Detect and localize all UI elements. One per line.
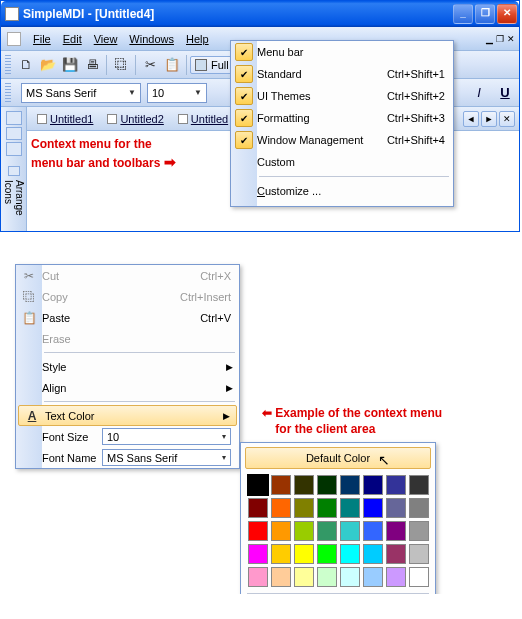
ctx-item-style[interactable]: Style▶ (16, 356, 239, 377)
default-color-button[interactable]: Default Color ↖ (245, 447, 431, 469)
ctx-item-customize[interactable]: Customize ... (231, 180, 453, 202)
cut-icon[interactable]: ✂ (139, 54, 161, 76)
color-swatch[interactable] (294, 498, 314, 518)
mdi-close-button[interactable]: ✕ (507, 34, 515, 44)
color-swatch[interactable] (409, 567, 429, 587)
ctx-item-menubar[interactable]: ✔Menu bar (231, 41, 453, 63)
toolbar-context-menu: ✔Menu bar ✔StandardCtrl+Shift+1 ✔UI Them… (230, 40, 454, 207)
underline-button[interactable]: U (495, 85, 515, 100)
ctx-item-formatting[interactable]: ✔FormattingCtrl+Shift+3 (231, 107, 453, 129)
color-swatch[interactable] (386, 567, 406, 587)
font-name-combo[interactable]: MS Sans Serif ▼ (21, 83, 141, 103)
mdi-restore-button[interactable]: ❐ (496, 34, 504, 44)
color-swatch[interactable] (271, 475, 291, 495)
color-swatch[interactable] (340, 521, 360, 541)
cascade-icon[interactable] (6, 111, 22, 125)
color-swatch[interactable] (340, 544, 360, 564)
color-swatch[interactable] (248, 567, 268, 587)
color-swatch[interactable] (363, 544, 383, 564)
ctx-item-paste[interactable]: 📋PasteCtrl+V (16, 307, 239, 328)
tab-close-button[interactable]: ✕ (499, 111, 515, 127)
menu-help[interactable]: Help (180, 30, 215, 48)
color-swatch[interactable] (409, 521, 429, 541)
tile-h-icon[interactable] (6, 127, 22, 141)
copy-icon[interactable]: ⿻ (110, 54, 132, 76)
ctx-item-erase[interactable]: Erase (16, 328, 239, 349)
color-swatch[interactable] (409, 498, 429, 518)
color-swatch[interactable] (317, 475, 337, 495)
window-title: SimpleMDI - [Untitled4] (23, 7, 453, 21)
color-swatch[interactable] (363, 498, 383, 518)
tab-untitled2[interactable]: Untitled2 (101, 110, 169, 128)
color-swatch[interactable] (248, 498, 268, 518)
arrange-icons-button[interactable]: Arrange Icons (3, 166, 25, 231)
new-icon[interactable]: 🗋 (15, 54, 37, 76)
mdi-minimize-button[interactable]: ▁ (486, 34, 493, 44)
maximize-button[interactable]: ❐ (475, 4, 495, 24)
color-swatch[interactable] (317, 544, 337, 564)
color-swatch[interactable] (386, 521, 406, 541)
color-swatch[interactable] (317, 521, 337, 541)
color-swatch[interactable] (294, 475, 314, 495)
toolbar-grip[interactable] (5, 55, 11, 75)
ctx-item-textcolor[interactable]: AText Color▶ (18, 405, 237, 426)
menu-file[interactable]: File (27, 30, 57, 48)
color-swatch[interactable] (317, 498, 337, 518)
ctx-item-align[interactable]: Align▶ (16, 377, 239, 398)
close-button[interactable]: ✕ (497, 4, 517, 24)
fontsize-combo[interactable]: 10▾ (102, 428, 231, 445)
fontname-combo[interactable]: MS Sans Serif▾ (102, 449, 231, 466)
check-icon: ✔ (235, 87, 253, 105)
chevron-down-icon: ▾ (216, 432, 226, 441)
color-swatch[interactable] (271, 567, 291, 587)
color-swatch[interactable] (248, 475, 268, 495)
menu-view[interactable]: View (88, 30, 124, 48)
menu-windows[interactable]: Windows (123, 30, 180, 48)
color-swatch[interactable] (363, 521, 383, 541)
color-swatch[interactable] (409, 544, 429, 564)
check-icon: ✔ (235, 109, 253, 127)
color-swatch[interactable] (409, 475, 429, 495)
color-swatch[interactable] (271, 544, 291, 564)
ctx-item-fontname[interactable]: Font NameMS Sans Serif▾ (16, 447, 239, 468)
print-icon[interactable]: 🖶 (81, 54, 103, 76)
save-icon[interactable]: 💾 (59, 54, 81, 76)
ctx-item-fontsize[interactable]: Font Size10▾ (16, 426, 239, 447)
color-swatch[interactable] (294, 567, 314, 587)
open-icon[interactable]: 📂 (37, 54, 59, 76)
paste-icon[interactable]: 📋 (161, 54, 183, 76)
italic-button[interactable]: I (469, 85, 489, 100)
color-swatch[interactable] (340, 498, 360, 518)
color-swatch[interactable] (340, 567, 360, 587)
tab-scroll-right-button[interactable]: ► (481, 111, 497, 127)
color-swatch[interactable] (363, 567, 383, 587)
ctx-item-uithemes[interactable]: ✔UI ThemesCtrl+Shift+2 (231, 85, 453, 107)
color-swatch[interactable] (248, 521, 268, 541)
minimize-button[interactable]: _ (453, 4, 473, 24)
doc-icon (37, 114, 47, 124)
color-swatch[interactable] (248, 544, 268, 564)
menu-edit[interactable]: Edit (57, 30, 88, 48)
color-swatch[interactable] (386, 498, 406, 518)
color-swatch[interactable] (317, 567, 337, 587)
ctx-item-custom[interactable]: Custom (231, 151, 453, 173)
font-size-combo[interactable]: 10 ▼ (147, 83, 207, 103)
color-swatch[interactable] (386, 544, 406, 564)
titlebar[interactable]: SimpleMDI - [Untitled4] _ ❐ ✕ (1, 1, 519, 27)
tile-v-icon[interactable] (6, 142, 22, 156)
tab-scroll-left-button[interactable]: ◄ (463, 111, 479, 127)
tab-untitled1[interactable]: Untitled1 (31, 110, 99, 128)
tab-untitled3[interactable]: Untitled (172, 110, 234, 128)
ctx-item-cut[interactable]: ✂CutCtrl+X (16, 265, 239, 286)
color-swatch[interactable] (271, 498, 291, 518)
color-swatch[interactable] (294, 544, 314, 564)
ctx-item-standard[interactable]: ✔StandardCtrl+Shift+1 (231, 63, 453, 85)
color-swatch[interactable] (386, 475, 406, 495)
toolbar-grip[interactable] (5, 83, 11, 103)
color-swatch[interactable] (363, 475, 383, 495)
color-swatch[interactable] (271, 521, 291, 541)
ctx-item-winmgmt[interactable]: ✔Window ManagementCtrl+Shift+4 (231, 129, 453, 151)
ctx-item-copy[interactable]: ⿻CopyCtrl+Insert (16, 286, 239, 307)
color-swatch[interactable] (294, 521, 314, 541)
color-swatch[interactable] (340, 475, 360, 495)
